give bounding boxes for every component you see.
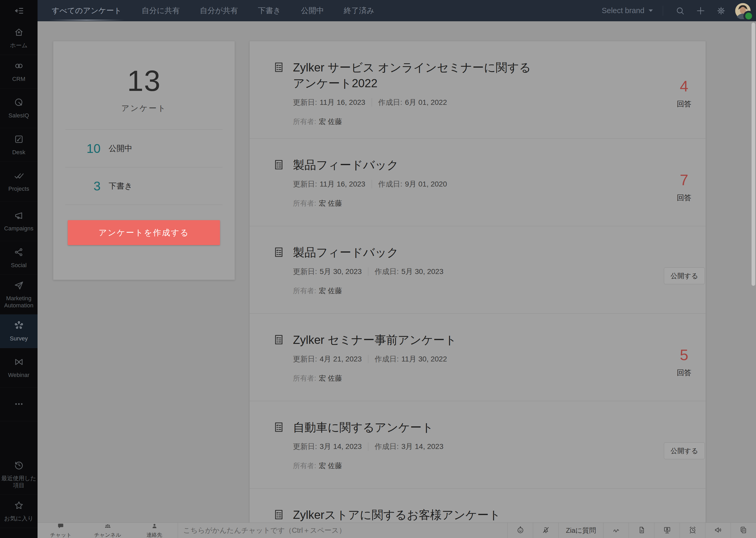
response-count[interactable]: 4回答: [663, 77, 705, 109]
chatbar-cell-reminder[interactable]: [680, 523, 705, 538]
owner-label: 所有者:: [293, 374, 316, 382]
home-icon: [14, 27, 24, 39]
sidebar-item-survey[interactable]: Survey: [0, 314, 37, 348]
owner-name: 宏 佐藤: [319, 287, 342, 295]
tab-all[interactable]: すべてのアンケート: [51, 0, 122, 22]
chatbar-cell-zia[interactable]: [603, 523, 629, 538]
survey-row[interactable]: Zylker セミナー事前アンケート更新日:4月 21, 2023作成日:11月…: [250, 314, 706, 401]
chat-bubble-icon: [58, 522, 65, 531]
sidebar-item-projects[interactable]: Projects: [0, 162, 37, 201]
chatbar-channels[interactable]: チャンネル: [84, 523, 131, 538]
tab-shared-by-me[interactable]: 自分が共有: [199, 0, 239, 22]
user-avatar[interactable]: [734, 2, 751, 19]
survey-stats-card: 13 アンケート 10公開中3下書き アンケートを作成する: [53, 41, 235, 280]
tab-closed[interactable]: 終了済み: [343, 0, 375, 22]
sidebar-item-label: Marketing Automation: [0, 295, 37, 309]
sidebar-item-label: Campaigns: [3, 225, 34, 232]
person-icon: [151, 522, 158, 531]
updated-date: 11月 16, 2023: [320, 97, 365, 107]
survey-owner: 所有者:宏 佐藤: [293, 374, 632, 383]
response-count[interactable]: 5回答: [663, 346, 705, 378]
sidebar-item-crm[interactable]: CRM: [0, 55, 37, 88]
created-label: 作成日:: [375, 442, 399, 452]
publish-button[interactable]: 公開する: [664, 267, 705, 284]
survey-list: Zylker サービス オンラインセミナーに関するアンケート2022更新日:11…: [249, 41, 706, 538]
quick-chat-input[interactable]: こちらがかんたんチャットです（Ctrl＋スペース）: [178, 523, 507, 538]
bowtie-icon: [14, 357, 24, 368]
sidebar-item-salesiq[interactable]: SalesIQ: [0, 88, 37, 128]
presentation-person-icon: [663, 526, 671, 535]
speaker-icon: [714, 526, 722, 535]
response-label: 回答: [663, 99, 705, 109]
search-icon[interactable]: [670, 6, 690, 16]
stat-label: 下書き: [109, 181, 132, 191]
survey-row[interactable]: 製品フィードバック更新日:5月 30, 2023作成日:5月 30, 2023所…: [250, 226, 706, 314]
created-label: 作成日:: [375, 267, 399, 277]
chevron-down-icon: [649, 10, 653, 12]
survey-meta: 更新日:4月 21, 2023作成日:11月 30, 2022: [293, 354, 632, 364]
sidebar-item-more[interactable]: [0, 388, 37, 421]
sidebar-item-desk[interactable]: Desk: [0, 128, 37, 162]
tab-drafts[interactable]: 下書き: [258, 0, 282, 22]
survey-title[interactable]: Zylker セミナー事前アンケート: [293, 332, 535, 348]
sidebar-item-favorites[interactable]: お気に入り: [0, 494, 37, 528]
survey-doc-icon: [273, 334, 285, 347]
stat-row-下書き[interactable]: 3下書き: [53, 167, 235, 205]
survey-row[interactable]: 自動車に関するアンケート更新日:3月 14, 2023作成日:3月 14, 20…: [250, 401, 706, 489]
survey-row[interactable]: 製品フィードバック更新日:11月 16, 2023作成日:9月 01, 2020…: [250, 139, 706, 226]
tab-published[interactable]: 公開中: [301, 0, 324, 22]
sidebar-item-webinar[interactable]: Webinar: [0, 348, 37, 388]
brand-selector[interactable]: Select brand: [602, 6, 653, 15]
create-survey-button[interactable]: アンケートを作成する: [68, 220, 220, 245]
survey-title[interactable]: 自動車に関するアンケート: [293, 419, 535, 435]
online-status-dot: [743, 11, 754, 21]
plus-icon[interactable]: [690, 6, 711, 16]
publish-button[interactable]: 公開する: [664, 442, 705, 459]
chatbar-cell-clipboard[interactable]: [731, 523, 756, 538]
sidebar-item-campaigns[interactable]: Campaigns: [0, 201, 37, 241]
survey-owner: 所有者:宏 佐藤: [293, 198, 632, 208]
brand-selector-label: Select brand: [602, 6, 644, 15]
topbar-divider: [663, 6, 663, 16]
stat-value: 10: [53, 141, 101, 156]
chatbar-chat[interactable]: チャット: [37, 523, 84, 538]
chatbar-item-label: チャット: [50, 531, 72, 538]
survey-doc-icon: [273, 159, 285, 172]
chatbar-cell-assistant[interactable]: [507, 523, 533, 538]
stat-row-公開中[interactable]: 10公開中: [53, 130, 235, 167]
scrollbar-thumb[interactable]: [752, 23, 755, 286]
survey-title[interactable]: 製品フィードバック: [293, 157, 535, 173]
survey-title[interactable]: 製品フィードバック: [293, 244, 535, 260]
updated-date: 5月 30, 2023: [320, 267, 362, 277]
people-group-icon: [104, 522, 111, 531]
survey-title[interactable]: Zylkerストアに関するお客様アンケート: [293, 507, 535, 523]
sidebar-item-recent[interactable]: 最近使用した項目: [0, 455, 37, 494]
document-icon: [638, 526, 646, 535]
zia-scribble-icon: [612, 526, 620, 535]
meta-divider: [368, 355, 368, 363]
updated-date: 11月 16, 2023: [320, 179, 365, 189]
survey-row[interactable]: Zylker サービス オンラインセミナーに関するアンケート2022更新日:11…: [250, 41, 706, 139]
survey-meta: 更新日:3月 14, 2023作成日:3月 14, 2023: [293, 442, 632, 452]
survey-title[interactable]: Zylker サービス オンラインセミナーに関するアンケート2022: [293, 60, 535, 91]
chatbar-contacts[interactable]: 連絡先: [131, 523, 178, 538]
meta-divider: [372, 98, 372, 107]
sidebar-item-home[interactable]: ホーム: [0, 21, 37, 55]
chatbar-cell-meeting[interactable]: [654, 523, 680, 538]
target-arrow-icon: [14, 97, 24, 109]
sidebar-collapse-button[interactable]: [0, 0, 37, 21]
top-navbar: すべてのアンケート自分に共有自分が共有下書き公開中終了済み Select bra…: [37, 0, 756, 21]
updated-date: 4月 21, 2023: [320, 354, 362, 364]
megaphone-icon: [14, 210, 24, 222]
chatbar-cell-announce[interactable]: [705, 523, 731, 538]
chatbar-cell-notes[interactable]: [629, 523, 654, 538]
sidebar-item-marketing-automation[interactable]: Marketing Automation: [0, 275, 37, 314]
gear-icon[interactable]: [711, 6, 731, 16]
chatbar-item-label: チャンネル: [94, 531, 121, 538]
created-date: 11月 30, 2022: [402, 354, 447, 364]
response-count[interactable]: 7回答: [663, 171, 705, 203]
tab-shared-with-me[interactable]: 自分に共有: [141, 0, 180, 22]
chatbar-cell-ask-zia[interactable]: Ziaに質問: [558, 523, 603, 538]
chatbar-cell-mute[interactable]: [533, 523, 558, 538]
sidebar-item-social[interactable]: Social: [0, 241, 37, 275]
